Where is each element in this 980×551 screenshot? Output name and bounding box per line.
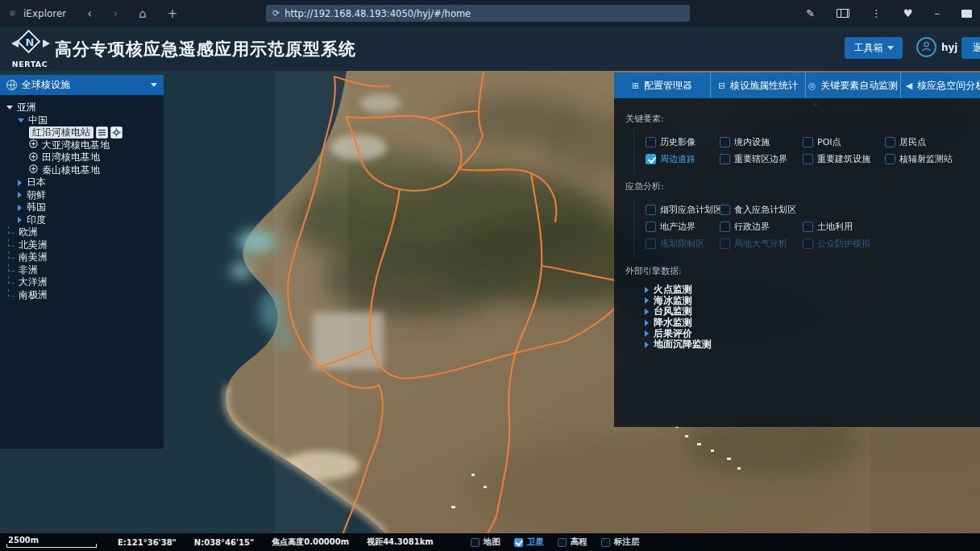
expander-closed-icon[interactable] [645,320,649,326]
tree-item-北美洲[interactable]: 北美洲 [3,239,160,252]
layer-toggle-卫星[interactable]: 卫星 [514,536,544,548]
checkbox-box[interactable] [646,222,656,232]
panel-tab-核应急空间分析[interactable]: ◀核应急空间分析 [901,72,980,98]
checkbox-box[interactable] [885,154,895,164]
tree-item-南美洲[interactable]: 南美洲 [3,251,160,264]
tabs-icon[interactable] [837,9,849,18]
checkbox-重要建筑设施[interactable]: 重要建筑设施 [803,153,885,165]
tree-item-非洲[interactable]: 非洲 [3,264,160,277]
tree-item-秦山核电基地[interactable]: 秦山核电基地 [3,164,160,177]
app-header: N NERTAC 高分专项核应急遥感应用示范原型系统 工具箱 hyj 退出 [0,27,980,71]
engine-item-降水监测[interactable]: 降水监测 [645,317,980,329]
checkbox-box[interactable] [803,222,813,232]
checkbox-土地利用[interactable]: 土地利用 [803,221,885,233]
checkbox-居民点[interactable]: 居民点 [885,136,980,148]
checkbox-box[interactable] [646,137,656,147]
expander-closed-icon[interactable] [645,309,649,315]
checkbox-烟羽应急计划区[interactable]: 烟羽应急计划区 [646,204,720,216]
checkbox-box[interactable] [646,205,656,215]
expander-closed-icon[interactable] [645,297,649,304]
details-button[interactable] [96,126,108,139]
layer-toggle-标注层[interactable]: 标注层 [601,536,640,548]
layer-checkbox[interactable] [514,538,523,547]
expander-closed-icon[interactable] [18,180,22,186]
tree-item-中国[interactable]: 中国 [3,114,160,127]
engine-item-海冰监测[interactable]: 海冰监测 [645,296,980,307]
window-restore-icon[interactable] [961,10,972,18]
tree-item-朝鲜[interactable]: 朝鲜 [3,189,160,202]
engine-item-台风监测[interactable]: 台风监测 [645,306,980,317]
analysis-icon: ◀ [906,81,912,91]
checkbox-box[interactable] [646,154,656,164]
checkbox-box[interactable] [803,154,813,164]
edit-page-icon[interactable]: ✎ [806,7,815,19]
tree-item-红沿河核电站[interactable]: 红沿河核电站 [3,126,160,139]
tree-item-大亚湾核电基地[interactable]: 大亚湾核电基地 [3,139,160,152]
expander-closed-icon[interactable] [645,330,649,337]
engine-item-地面沉降监测[interactable]: 地面沉降监测 [645,339,980,350]
tree-connector [8,276,15,284]
tree-item-韩国[interactable]: 韩国 [3,201,160,214]
expander-closed-icon[interactable] [645,287,649,293]
checkbox-地产边界[interactable]: 地产边界 [646,221,720,233]
expander-open-icon[interactable] [6,106,13,110]
tree-item-欧洲[interactable]: 欧洲 [3,226,160,239]
tree-item-大洋洲[interactable]: 大洋洲 [3,276,160,289]
refresh-icon[interactable]: ⟳ [272,8,280,19]
menu-dots-icon[interactable]: ⋮ [871,7,882,19]
logout-button[interactable]: 退出 [961,37,980,59]
checkbox-局地大气分析[interactable]: 局地大气分析 [720,238,803,250]
minimize-icon[interactable]: – [935,7,941,19]
favorites-heart-icon[interactable]: ♥ [903,7,913,19]
expander-closed-icon[interactable] [18,217,22,223]
url-bar[interactable]: ⟳ http://192.168.48.193:4050/hyj/#/home [266,5,690,22]
checkbox-box[interactable] [646,238,656,249]
panel-tab-配置管理器[interactable]: ⊞配置管理器 [614,72,711,98]
toolbox-button[interactable]: 工具箱 [845,37,903,59]
tree-item-南极洲[interactable]: 南极洲 [3,289,160,302]
checkbox-box[interactable] [720,222,730,232]
tree-item-田湾核电基地[interactable]: 田湾核电基地 [3,151,160,164]
layer-checkbox[interactable] [601,538,610,547]
tree-item-日本[interactable]: 日本 [3,176,160,189]
panel-tab-关键要素自动监测[interactable]: ◎关键要素自动监测 [806,72,901,98]
checkbox-规划限制区[interactable]: 规划限制区 [646,238,720,250]
panel-tab-核设施属性统计[interactable]: ⊟核设施属性统计 [711,72,806,98]
checkbox-公众防护模拟[interactable]: 公众防护模拟 [803,238,885,250]
engine-item-火点监测[interactable]: 火点监测 [645,284,980,296]
new-tab-button[interactable]: + [168,6,178,21]
expander-closed-icon[interactable] [645,342,649,348]
checkbox-box[interactable] [803,238,813,249]
checkbox-重要辖区边界[interactable]: 重要辖区边界 [720,153,803,165]
layer-toggle-高程[interactable]: 高程 [558,536,588,548]
checkbox-box[interactable] [720,205,730,215]
checkbox-POI点[interactable]: POI点 [803,136,885,148]
checkbox-历史影像[interactable]: 历史影像 [646,136,720,148]
checkbox-box[interactable] [720,154,730,164]
back-button[interactable]: ‹ [87,6,92,21]
expander-closed-icon[interactable] [18,192,22,198]
checkbox-核辐射监测站[interactable]: 核辐射监测站 [885,153,980,165]
checkbox-食入应急计划区[interactable]: 食入应急计划区 [720,204,803,216]
checkbox-box[interactable] [885,137,895,147]
checkbox-境内设施[interactable]: 境内设施 [720,136,803,148]
expander-closed-icon[interactable] [18,205,22,211]
facility-tree-header[interactable]: 全球核设施 [0,75,164,95]
expander-open-icon[interactable] [18,118,24,122]
checkbox-周边道路[interactable]: 周边道路 [646,153,720,165]
checkbox-box[interactable] [720,137,730,147]
forward-button[interactable]: › [113,6,118,21]
checkbox-行政边界[interactable]: 行政边界 [720,221,803,233]
locate-button[interactable] [110,126,122,139]
layer-label: 地图 [484,536,500,548]
user-avatar[interactable] [916,37,936,57]
tree-item-亚洲[interactable]: 亚洲 [3,102,160,114]
layer-toggle-地图[interactable]: 地图 [471,536,500,548]
layer-checkbox[interactable] [471,538,480,547]
home-button[interactable]: ⌂ [139,6,147,21]
key-elements-row: 历史影像境内设施POI点居民点 [646,134,980,151]
tree-item-印度[interactable]: 印度 [3,214,160,227]
checkbox-box[interactable] [720,238,730,249]
layer-checkbox[interactable] [558,538,567,547]
checkbox-box[interactable] [803,137,813,147]
